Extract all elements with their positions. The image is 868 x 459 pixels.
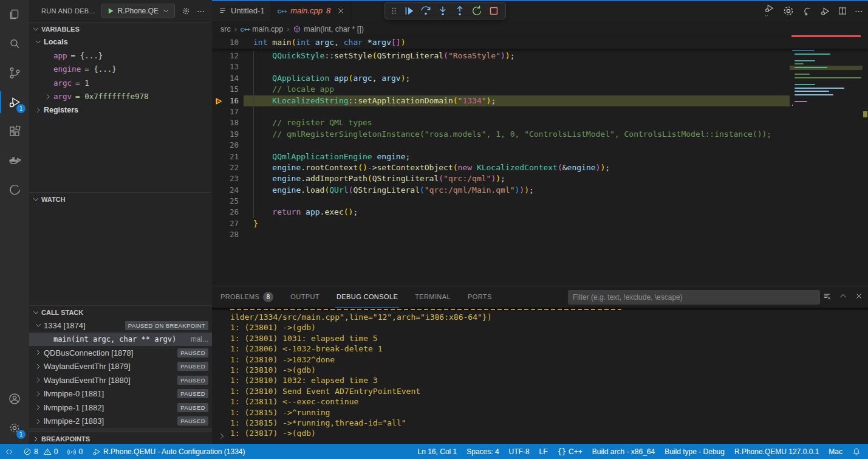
split-icon[interactable] xyxy=(838,6,847,16)
minimap-line xyxy=(795,88,844,89)
more-icon[interactable]: ⋯ xyxy=(855,5,864,16)
statusbar-build-type[interactable]: Build type - Debug xyxy=(660,444,730,459)
breadcrumb-item[interactable]: C++main.cpp xyxy=(241,25,283,33)
variables-scope-row[interactable]: Locals xyxy=(29,35,212,49)
activitybar-item-run-and-debug[interactable]: 1 xyxy=(0,88,29,117)
activitybar-item-accounts[interactable] xyxy=(0,384,29,413)
variable-row[interactable]: argv= 0x7fffffffe978 xyxy=(29,90,212,103)
statusbar-problems-summary[interactable]: 8 0 xyxy=(18,444,63,459)
settings-gear-icon[interactable] xyxy=(782,4,795,18)
editor-tab-main-cpp[interactable]: C++main.cpp8 xyxy=(272,0,352,21)
statusbar-build-arch[interactable]: Build arch - x86_64 xyxy=(587,444,660,459)
clear-console-icon[interactable] xyxy=(822,292,832,301)
variables-section-header[interactable]: VARIABLES xyxy=(29,22,212,35)
statusbar-remote-indicator[interactable] xyxy=(0,444,18,459)
code-line-24[interactable]: 24 engine.load(QUrl(QStringLiteral("qrc:… xyxy=(212,185,790,196)
panel-tab-debug-console[interactable]: DEBUG CONSOLE xyxy=(335,286,399,308)
code-line-17[interactable]: 17 xyxy=(212,106,790,117)
panel-tab-terminal[interactable]: TERMINAL xyxy=(414,286,452,308)
variable-row[interactable]: engine= {...} xyxy=(29,63,212,76)
code-line-18[interactable]: 18 // register QML types xyxy=(212,117,790,128)
launch-config-dropdown[interactable]: R.Phone.QE xyxy=(101,4,175,18)
sticky-code-line[interactable]: 10int main(int argc, char *argv[]) xyxy=(212,37,868,48)
callstack-thread-row[interactable]: WaylandEventThr [1879] PAUSED xyxy=(29,360,212,374)
activitybar-item-docker[interactable] xyxy=(0,146,29,175)
code-editor[interactable]: 12 QQuickStyle::setStyle(QStringLiteral(… xyxy=(212,49,790,241)
statusbar-os-target[interactable]: Mac xyxy=(824,444,847,459)
callstack-thread-row[interactable]: 1334 [1874] PAUSED ON BREAKPOINT xyxy=(29,319,212,333)
statusbar-language-mode[interactable]: {}C++ xyxy=(553,444,587,459)
breadcrumb-item[interactable]: main(int, char * []) xyxy=(293,25,364,33)
restart-button[interactable] xyxy=(469,3,485,19)
statusbar-notifications[interactable] xyxy=(847,444,866,459)
continue-button[interactable] xyxy=(401,3,417,19)
close-tab-icon[interactable] xyxy=(337,7,345,15)
code-line-20[interactable]: 20 xyxy=(212,140,790,151)
console-input-prompt[interactable] xyxy=(218,432,226,440)
activitybar-item-settings[interactable]: 1 xyxy=(0,413,29,443)
maximize-panel-icon[interactable] xyxy=(839,292,847,301)
callstack-thread-row[interactable]: llvmpipe-1 [1882] PAUSED xyxy=(29,401,212,415)
callstack-thread-row[interactable]: llvmpipe-0 [1881] PAUSED xyxy=(29,387,212,401)
variable-row[interactable]: argc= 1 xyxy=(29,76,212,89)
console-filter-input[interactable]: Filter (e.g. text, !exclude, \escape) xyxy=(568,290,820,305)
statusbar-cursor-position[interactable]: Ln 16, Col 1 xyxy=(413,444,462,459)
statusbar-indentation[interactable]: Spaces: 4 xyxy=(462,444,504,459)
code-line-14[interactable]: 14 QApplication app(argc, argv); xyxy=(212,73,790,84)
statusbar-encoding[interactable]: UTF-8 xyxy=(504,444,535,459)
statusbar-forwarded-ports[interactable]: 0 xyxy=(63,444,87,459)
more-actions-icon[interactable]: ⋯ xyxy=(197,7,206,16)
toolbar-drag-handle[interactable] xyxy=(389,5,400,16)
breakpoint-current-line-icon[interactable] xyxy=(214,97,223,106)
close-panel-icon[interactable] xyxy=(855,292,863,301)
activitybar-item-extensions[interactable] xyxy=(0,117,29,146)
code-line-13[interactable]: 13 xyxy=(212,61,790,72)
stop-button[interactable] xyxy=(486,3,502,19)
step-over-button[interactable] xyxy=(418,3,434,19)
code-line-26[interactable]: 26 return app.exec(); xyxy=(212,207,790,218)
editor-tab-untitled-1[interactable]: Untitled-1 xyxy=(212,0,272,21)
start-debug-icon[interactable] xyxy=(764,3,774,19)
panel-tab-problems[interactable]: PROBLEMS8 xyxy=(219,286,275,308)
callstack-thread-row[interactable]: WaylandEventThr [1880] PAUSED xyxy=(29,373,212,387)
activitybar-item-explorer[interactable] xyxy=(0,0,29,29)
statusbar-debug-configuration[interactable]: R.Phone.QEMU - Auto Configuration (1334) xyxy=(87,444,250,459)
code-line-25[interactable]: 25 xyxy=(212,196,790,207)
step-out-button[interactable] xyxy=(452,3,468,19)
callstack-thread-row[interactable]: QDBusConnection [1878] PAUSED xyxy=(29,346,212,360)
registers-row[interactable]: Registers xyxy=(29,103,212,117)
panel-tab-label: PROBLEMS xyxy=(220,293,259,300)
activitybar-item-search[interactable] xyxy=(0,29,29,58)
start-debugging-icon[interactable] xyxy=(106,7,115,15)
callstack-frame-row[interactable]: main(int argc, char ** argv) mai... xyxy=(29,333,212,347)
callstack-thread-row[interactable]: llvmpipe-2 [1883] PAUSED xyxy=(29,415,212,429)
variable-row[interactable]: app= {...} xyxy=(29,49,212,62)
code-line-21[interactable]: 21 QQmlApplicationEngine engine; xyxy=(212,151,790,162)
panel-tab-ports[interactable]: PORTS xyxy=(466,286,493,308)
code-line-28[interactable]: 28 xyxy=(212,229,790,240)
activitybar-item-remote-tool[interactable] xyxy=(0,175,29,204)
statusbar-target-device[interactable]: R.Phone.QEMU 127.0.0.1 xyxy=(730,444,824,459)
overview-ruler[interactable] xyxy=(863,21,868,286)
breakpoints-section-header[interactable]: BREAKPOINTS xyxy=(29,432,212,445)
sticky-scroll-line[interactable]: 10int main(int argc, char *argv[]) xyxy=(212,37,868,49)
code-line-12[interactable]: 12 QQuickStyle::setStyle(QStringLiteral(… xyxy=(212,50,790,61)
debug-alt-icon[interactable] xyxy=(820,6,830,16)
panel-tab-output[interactable]: OUTPUT xyxy=(289,286,321,308)
debug-console-output[interactable]: ilder/1334/src/main.cpp",line="12",arch=… xyxy=(230,308,861,437)
breadcrumb-item[interactable]: src xyxy=(220,25,231,33)
debug-settings-gear-icon[interactable] xyxy=(181,6,191,16)
code-line-19[interactable]: 19 // qmlRegisterSingletonInstance("rosa… xyxy=(212,129,790,140)
call-stack-section-header[interactable]: CALL STACK xyxy=(29,305,212,319)
code-line-22[interactable]: 22 engine.rootContext()->setContextObjec… xyxy=(212,162,790,173)
watch-section-header[interactable]: WATCH xyxy=(29,192,212,205)
code-line-16[interactable]: 16 KLocalizedString::setApplicationDomai… xyxy=(212,95,790,106)
code-line-27[interactable]: 27} xyxy=(212,218,790,229)
minimap[interactable] xyxy=(790,35,863,286)
statusbar-eol[interactable]: LF xyxy=(535,444,553,459)
add-config-icon[interactable] xyxy=(802,6,813,16)
code-line-23[interactable]: 23 engine.addImportPath(QStringLiteral("… xyxy=(212,173,790,184)
activitybar-item-source-control[interactable] xyxy=(0,58,29,88)
code-line-15[interactable]: 15 // locale app xyxy=(212,84,790,95)
step-into-button[interactable] xyxy=(435,3,451,19)
